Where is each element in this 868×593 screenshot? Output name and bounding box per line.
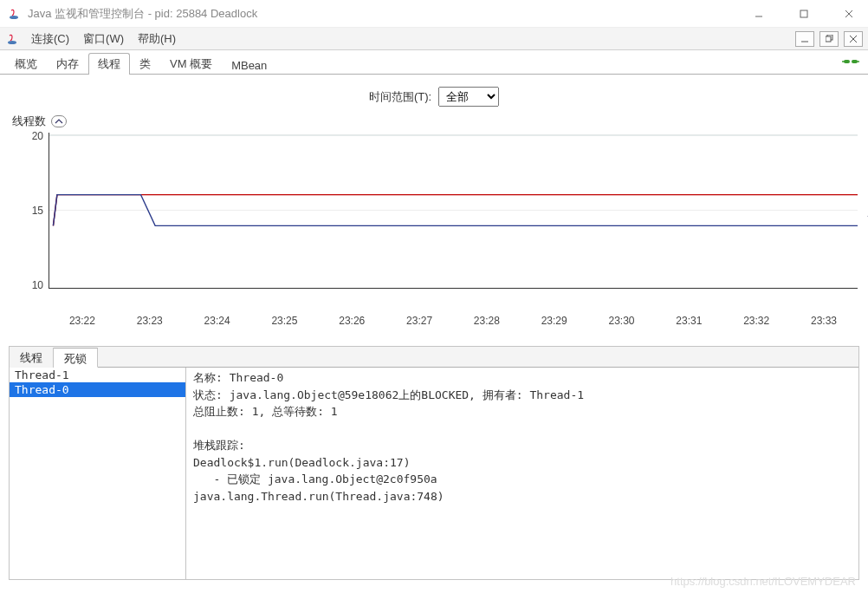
main-tabbar: 概览 内存 线程 类 VM 概要 MBean	[0, 50, 868, 75]
svg-rect-12	[852, 60, 858, 63]
y-axis: 20 15 10	[10, 133, 49, 315]
x-tick: 23:28	[453, 315, 521, 327]
svg-rect-2	[800, 10, 807, 17]
menubar: 连接(C) 窗口(W) 帮助(H)	[0, 28, 868, 50]
thread-list-item[interactable]: Thread-0	[10, 382, 185, 397]
menu-window[interactable]: 窗口(W)	[78, 29, 129, 49]
thread-detail-panel: 线程 死锁 Thread-1 Thread-0 名称: Thread-0 状态:…	[9, 346, 859, 580]
tab-classes[interactable]: 类	[130, 53, 160, 75]
thread-list-item[interactable]: Thread-1	[10, 368, 185, 382]
tab-threads[interactable]: 线程	[88, 53, 130, 75]
x-tick: 23:27	[385, 315, 453, 327]
x-tick: 23:23	[116, 315, 184, 327]
y-tick: 20	[32, 130, 43, 142]
java-icon	[7, 7, 21, 21]
x-tick: 23:31	[655, 315, 722, 327]
svg-point-0	[10, 16, 18, 19]
tab-memory[interactable]: 内存	[47, 53, 88, 75]
x-tick: 23:29	[521, 315, 588, 327]
window-titlebar: Java 监视和管理控制台 - pid: 25884 Deadlock	[0, 0, 868, 28]
x-tick: 23:25	[250, 315, 318, 327]
svg-rect-8	[826, 36, 831, 42]
x-tick: 23:33	[790, 315, 858, 327]
svg-point-5	[8, 41, 16, 44]
menu-help[interactable]: 帮助(H)	[133, 29, 181, 49]
window-title: Java 监视和管理控制台 - pid: 25884 Deadlock	[28, 6, 747, 22]
tab-vm[interactable]: VM 概要	[160, 53, 222, 75]
time-range-label: 时间范围(T):	[369, 89, 431, 105]
connection-status-icon	[842, 55, 859, 70]
chart-plot: ◄ 峰值 16 ◄ 活动线程 14	[49, 133, 858, 289]
thread-chart-section: 线程数 20 15 10 ◄	[0, 112, 868, 332]
time-range-row: 时间范围(T): 全部	[0, 75, 868, 112]
mdi-minimize-button[interactable]	[795, 31, 814, 47]
mdi-close-button[interactable]	[844, 31, 863, 47]
x-tick: 23:26	[318, 315, 385, 327]
chart-title: 线程数	[12, 114, 46, 129]
collapse-chart-button[interactable]	[51, 115, 67, 127]
x-axis: 23:22 23:23 23:24 23:25 23:26 23:27 23:2…	[10, 315, 858, 332]
lower-tab-deadlock[interactable]: 死锁	[54, 348, 98, 368]
minimize-button[interactable]	[747, 5, 771, 23]
thread-detail: 名称: Thread-0 状态: java.lang.Object@59e180…	[186, 368, 858, 579]
x-tick: 23:24	[184, 315, 251, 327]
x-tick: 23:22	[49, 315, 116, 327]
mdi-restore-button[interactable]	[819, 31, 839, 47]
tab-mbean[interactable]: MBean	[222, 55, 276, 75]
thread-list[interactable]: Thread-1 Thread-0	[10, 368, 186, 579]
java-icon	[5, 32, 19, 46]
maximize-button[interactable]	[792, 5, 816, 23]
x-tick: 23:30	[588, 315, 656, 327]
time-range-select[interactable]: 全部	[438, 87, 499, 107]
close-button[interactable]	[837, 5, 861, 23]
x-tick: 23:32	[722, 315, 790, 327]
lower-tab-threads[interactable]: 线程	[10, 348, 54, 368]
lower-tabbar: 线程 死锁	[10, 347, 858, 368]
y-tick: 10	[32, 279, 43, 291]
window-controls	[747, 5, 861, 23]
tab-overview[interactable]: 概览	[5, 53, 47, 75]
menu-connect[interactable]: 连接(C)	[26, 29, 74, 49]
svg-rect-11	[844, 60, 850, 63]
y-tick: 15	[32, 205, 43, 217]
